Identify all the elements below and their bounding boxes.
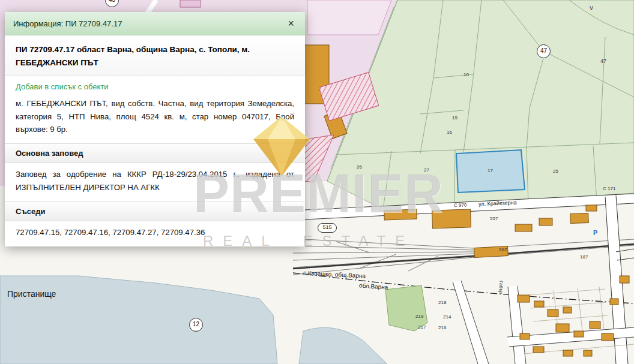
park-area xyxy=(385,285,427,331)
order-text: Заповед за одобрение на КККР РД-18-29/23… xyxy=(5,163,305,201)
section-heading-neighbors: Съседи xyxy=(5,201,305,221)
add-to-list-link[interactable]: Добави в списък с обекти xyxy=(5,76,305,92)
property-title: ПИ 72709.47.17 област Варна, община Варн… xyxy=(5,35,305,76)
popup-header: Информация: ПИ 72709.47.17 × xyxy=(5,12,305,35)
selected-parcel[interactable] xyxy=(456,150,525,192)
info-popup: Информация: ПИ 72709.47.17 × ПИ 72709.47… xyxy=(5,12,305,246)
map-viewport[interactable]: v 47 10 15 16 26 27 17 25 С 171 С 970 ул… xyxy=(0,0,634,364)
property-details: м. ГЕБЕДЖАНСКИ ПЪТ, вид собств. Частна, … xyxy=(5,92,305,143)
popup-header-title: Информация: ПИ 72709.47.17 xyxy=(13,19,122,28)
section-heading-order: Основна заповед xyxy=(5,143,305,163)
close-button[interactable]: × xyxy=(285,18,297,29)
popup-body: ПИ 72709.47.17 област Варна, община Варн… xyxy=(5,35,305,246)
neighbors-text: 72709.47.15, 72709.47.16, 72709.47.27, 7… xyxy=(5,221,305,246)
